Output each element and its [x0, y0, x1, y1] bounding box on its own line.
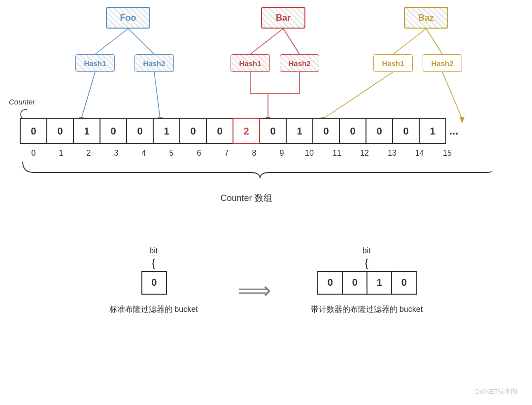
- index-cell-5: 5: [158, 149, 185, 158]
- left-bit-cell-0: 0: [141, 271, 167, 295]
- index-cell-6: 6: [185, 149, 213, 158]
- svg-line-1: [128, 29, 154, 54]
- array-cell-4: 0: [126, 118, 154, 144]
- svg-line-6: [250, 29, 283, 54]
- svg-line-16: [323, 72, 393, 119]
- baz-node: Baz: [404, 7, 448, 29]
- top-section: Foo Bar Baz Hash1 Hash2 Hash1 Hash2 Hash…: [0, 0, 532, 232]
- bar-label: Bar: [276, 13, 291, 23]
- bar-node: Bar: [261, 7, 305, 29]
- foo-hash1-label: Hash1: [84, 59, 106, 68]
- svg-line-18: [442, 72, 462, 119]
- bar-hash2-box: Hash2: [280, 54, 319, 72]
- array-cell-11: 0: [312, 118, 340, 144]
- index-cell-3: 3: [102, 149, 130, 158]
- left-diagram-caption: 标准布隆过滤器的 bucket: [109, 304, 198, 315]
- foo-node: Foo: [106, 7, 150, 29]
- left-bit-diagram: bit { 0 标准布隆过滤器的 bucket: [109, 246, 198, 315]
- svg-line-2: [81, 72, 95, 119]
- index-cell-8: 8: [240, 149, 268, 158]
- foo-hash2-box: Hash2: [134, 54, 174, 72]
- bar-hash1-box: Hash1: [231, 54, 270, 72]
- left-bit-brace: {: [152, 258, 155, 268]
- array-cell-10: 1: [286, 118, 313, 144]
- array-cell-7: 0: [206, 118, 233, 144]
- index-cell-9: 9: [268, 149, 296, 158]
- svg-line-14: [393, 29, 426, 54]
- index-cell-15: 15: [433, 149, 461, 158]
- right-diagram-caption: 带计数器的布隆过滤器的 bucket: [311, 304, 423, 315]
- index-cell-11: 11: [323, 149, 351, 158]
- right-bit-cell-0: 0: [317, 271, 343, 295]
- right-bit-cell-1: 0: [342, 271, 367, 295]
- right-bit-label: bit: [363, 246, 371, 255]
- bottom-diagrams: bit { 0 标准布隆过滤器的 bucket ⟹ bit { 0010 带计数…: [109, 246, 423, 315]
- counter-array-label: Counter 数组: [0, 192, 493, 204]
- bar-hash2-label: Hash2: [288, 59, 310, 68]
- array-cell-14: 0: [392, 118, 420, 144]
- right-bit-cell-2: 1: [366, 271, 392, 295]
- svg-marker-19: [460, 117, 465, 123]
- index-cell-2: 2: [75, 149, 102, 158]
- foo-hash2-label: Hash2: [143, 59, 165, 68]
- svg-line-15: [426, 29, 442, 54]
- foo-hash1-box: Hash1: [75, 54, 115, 72]
- bar-hash1-label: Hash1: [239, 59, 261, 68]
- baz-label: Baz: [418, 13, 434, 23]
- array-cell-1: 0: [46, 118, 74, 144]
- array-cell-15: 1: [419, 118, 446, 144]
- index-cell-0: 0: [20, 149, 47, 158]
- big-brace-svg: [19, 158, 492, 182]
- svg-line-7: [283, 29, 299, 54]
- array-row: 0010010020100001...: [20, 118, 458, 144]
- index-cell-1: 1: [47, 149, 75, 158]
- array-cell-5: 1: [153, 118, 180, 144]
- array-cell-2: 1: [73, 118, 100, 144]
- index-cell-7: 7: [213, 149, 240, 158]
- array-cell-9: 0: [259, 118, 287, 144]
- baz-hash2-label: Hash2: [431, 59, 453, 68]
- array-cell-8: 2: [233, 118, 260, 144]
- foo-label: Foo: [120, 13, 136, 23]
- index-cell-13: 13: [378, 149, 406, 158]
- left-bit-label: bit: [149, 246, 158, 255]
- right-bit-diagram: bit { 0010 带计数器的布隆过滤器的 bucket: [311, 246, 423, 315]
- index-cell-14: 14: [406, 149, 433, 158]
- index-cell-4: 4: [130, 149, 158, 158]
- array-cell-3: 0: [100, 118, 127, 144]
- svg-line-0: [95, 29, 128, 54]
- index-cell-10: 10: [296, 149, 323, 158]
- array-cell-13: 0: [366, 118, 393, 144]
- index-cell-12: 12: [351, 149, 378, 158]
- svg-line-4: [154, 72, 160, 119]
- array-cell-0: 0: [20, 118, 47, 144]
- bottom-section: bit { 0 标准布隆过滤器的 bucket ⟹ bit { 0010 带计数…: [0, 232, 532, 405]
- big-brace: [19, 158, 487, 184]
- arrow-right: ⟹: [237, 276, 271, 304]
- right-bit-brace: {: [365, 258, 368, 268]
- baz-hash2-box: Hash2: [423, 54, 462, 72]
- right-bit-cell-3: 0: [391, 271, 417, 295]
- counter-label: Counter: [9, 98, 35, 106]
- array-ellipsis: ...: [449, 125, 458, 137]
- baz-hash1-label: Hash1: [382, 59, 404, 68]
- right-bit-boxes: 0010: [317, 271, 416, 295]
- main-diagram: Foo Bar Baz Hash1 Hash2 Hash1 Hash2 Hash…: [0, 0, 532, 405]
- left-bit-boxes: 0: [141, 271, 166, 295]
- baz-hash1-box: Hash1: [373, 54, 413, 72]
- watermark: DotNET技术圈: [475, 387, 517, 396]
- array-cell-6: 0: [179, 118, 207, 144]
- array-cell-12: 0: [339, 118, 366, 144]
- index-row: 0123456789101112131415: [20, 149, 461, 158]
